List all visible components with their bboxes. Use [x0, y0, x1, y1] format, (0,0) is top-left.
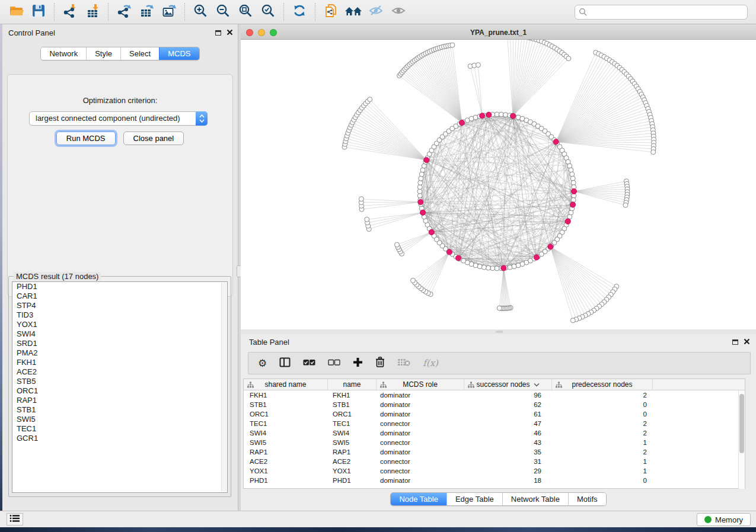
- table-cell[interactable]: ACE2: [328, 457, 377, 466]
- table-cell[interactable]: 35: [464, 447, 552, 457]
- tab-style[interactable]: Style: [86, 47, 120, 60]
- table-cell[interactable]: 2: [552, 447, 653, 457]
- table-tab-motifs[interactable]: Motifs: [568, 493, 606, 505]
- table-row[interactable]: YOX1YOX1connector291: [244, 466, 745, 476]
- table-cell[interactable]: TEC1: [328, 419, 377, 428]
- hide-selected-button[interactable]: [365, 2, 387, 22]
- table-tab-network-table[interactable]: Network Table: [502, 493, 568, 505]
- tab-network[interactable]: Network: [41, 47, 86, 60]
- table-cell[interactable]: dominator: [377, 447, 464, 457]
- mcds-result-list[interactable]: PHD1CAR1STP4TID3YOX1SWI4SRD1PMA2FKH1ACE2…: [12, 281, 228, 493]
- mcds-result-item[interactable]: STP4: [12, 301, 227, 310]
- export-image-button[interactable]: [158, 2, 180, 22]
- table-cell[interactable]: 61: [464, 409, 552, 419]
- mcds-result-item[interactable]: YOX1: [12, 320, 227, 329]
- float-panel-icon[interactable]: [215, 30, 221, 36]
- refresh-layout-button[interactable]: [288, 2, 311, 22]
- table-row[interactable]: ACE2ACE2connector311: [244, 457, 745, 466]
- import-table-button[interactable]: [81, 2, 104, 22]
- table-cell[interactable]: SWI5: [328, 438, 377, 447]
- column-panel-button[interactable]: [279, 357, 291, 370]
- column-header-shared-name[interactable]: shared name: [244, 379, 328, 390]
- tab-mcds[interactable]: MCDS: [159, 47, 199, 60]
- horizontal-splitter[interactable]: [241, 329, 756, 334]
- close-panel-icon[interactable]: [227, 28, 233, 37]
- table-row[interactable]: SWI4SWI4dominator462: [244, 428, 745, 438]
- mcds-result-item[interactable]: PMA2: [12, 348, 227, 358]
- table-cell[interactable]: 62: [464, 400, 552, 409]
- mcds-result-item[interactable]: ACE2: [12, 367, 227, 377]
- export-network-button[interactable]: [113, 2, 135, 22]
- table-cell[interactable]: ORC1: [244, 409, 328, 419]
- save-session-button[interactable]: [27, 2, 50, 22]
- column-header-predecessor-nodes[interactable]: predecessor nodes: [552, 379, 653, 390]
- table-cell[interactable]: 31: [464, 457, 552, 466]
- table-row[interactable]: PHD1PHD1dominator180: [244, 476, 745, 485]
- table-cell[interactable]: 47: [464, 419, 552, 428]
- table-row[interactable]: FKH1FKH1dominator962: [244, 390, 745, 400]
- mcds-result-item[interactable]: TEC1: [12, 424, 227, 434]
- add-column-button[interactable]: [353, 357, 363, 370]
- table-cell[interactable]: connector: [377, 419, 464, 428]
- table-tab-node-table[interactable]: Node Table: [391, 493, 446, 505]
- table-cell[interactable]: TEC1: [244, 419, 328, 428]
- table-cell[interactable]: YOX1: [244, 466, 328, 476]
- table-cell[interactable]: ORC1: [328, 409, 377, 419]
- horizontal-splitter-handle[interactable]: [496, 331, 503, 333]
- zoom-fit-button[interactable]: [234, 2, 257, 22]
- column-header-name[interactable]: name: [328, 379, 377, 390]
- table-cell[interactable]: RAP1: [328, 447, 377, 457]
- mcds-result-item[interactable]: PHD1: [12, 282, 227, 291]
- table-cell[interactable]: SWI4: [244, 428, 328, 438]
- table-cell[interactable]: dominator: [377, 476, 464, 485]
- select-all-button[interactable]: [303, 358, 315, 368]
- mcds-result-item[interactable]: GCR1: [12, 434, 227, 443]
- table-cell[interactable]: dominator: [377, 400, 464, 409]
- table-cell[interactable]: dominator: [377, 390, 464, 400]
- delete-column-button[interactable]: [375, 357, 385, 370]
- tab-select[interactable]: Select: [120, 47, 159, 60]
- mcds-result-item[interactable]: TID3: [12, 310, 227, 320]
- import-network-button[interactable]: [59, 2, 81, 22]
- table-cell[interactable]: 46: [464, 428, 552, 438]
- table-cell[interactable]: connector: [377, 438, 464, 447]
- table-cell[interactable]: 0: [552, 476, 653, 485]
- export-table-button[interactable]: [135, 2, 158, 22]
- column-header-mcds-role[interactable]: MCDS role: [377, 379, 464, 390]
- zoom-out-button[interactable]: [212, 2, 234, 22]
- table-cell[interactable]: 43: [464, 438, 552, 447]
- duplicate-network-button[interactable]: [320, 2, 342, 22]
- table-cell[interactable]: 96: [464, 390, 552, 400]
- table-cell[interactable]: RAP1: [244, 447, 328, 457]
- mcds-result-item[interactable]: STB1: [12, 405, 227, 415]
- table-cell[interactable]: 1: [552, 438, 653, 447]
- table-cell[interactable]: PHD1: [328, 476, 377, 485]
- table-options-button[interactable]: ⚙: [258, 358, 267, 368]
- zoom-selected-button[interactable]: [257, 2, 279, 22]
- mcds-result-item[interactable]: SWI5: [12, 415, 227, 424]
- table-scrollbar-thumb[interactable]: [739, 394, 744, 453]
- mcds-result-item[interactable]: STB5: [12, 377, 227, 386]
- table-cell[interactable]: FKH1: [328, 390, 377, 400]
- table-cell[interactable]: 2: [552, 428, 653, 438]
- mcds-result-item[interactable]: CAR1: [12, 291, 227, 301]
- optimization-criterion-select[interactable]: largest connected component (undirected): [29, 111, 208, 126]
- table-cell[interactable]: SWI4: [328, 428, 377, 438]
- table-scrollbar[interactable]: [738, 390, 745, 489]
- table-cell[interactable]: PHD1: [244, 476, 328, 485]
- open-file-button[interactable]: [5, 2, 27, 22]
- deselect-all-button[interactable]: [328, 358, 340, 368]
- run-mcds-button[interactable]: Run MCDS: [56, 132, 116, 145]
- float-table-panel-icon[interactable]: [732, 339, 738, 345]
- table-cell[interactable]: dominator: [377, 428, 464, 438]
- network-titlebar[interactable]: YPA_prune.txt_1: [241, 26, 756, 40]
- zoom-in-button[interactable]: [189, 2, 212, 22]
- network-canvas[interactable]: [241, 40, 756, 329]
- table-cell[interactable]: 2: [552, 419, 653, 428]
- table-cell[interactable]: 18: [464, 476, 552, 485]
- table-cell[interactable]: STB1: [328, 400, 377, 409]
- table-cell[interactable]: 2: [552, 390, 653, 400]
- first-neighbors-button[interactable]: [342, 2, 365, 22]
- show-all-button[interactable]: [387, 2, 410, 22]
- task-history-button[interactable]: [7, 513, 23, 525]
